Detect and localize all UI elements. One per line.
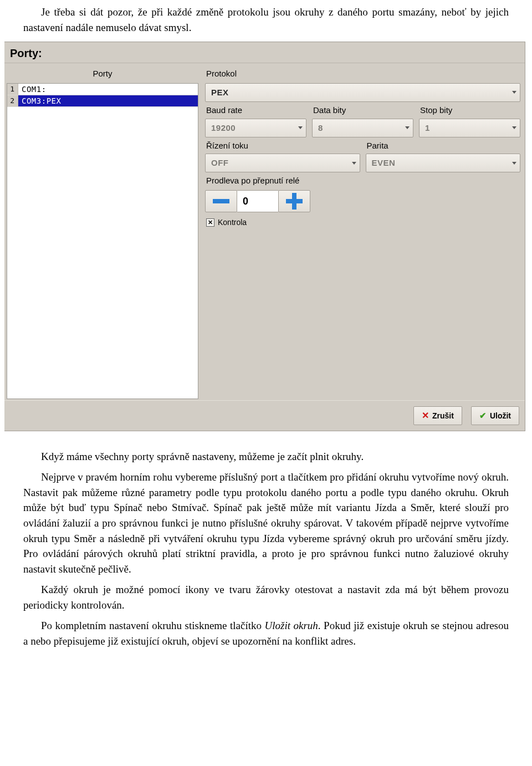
cancel-label: Zrušit xyxy=(432,410,454,421)
kontrola-label: Kontrola xyxy=(218,217,247,228)
doc-text-span: Po kompletním nastavení okruhu stiskneme… xyxy=(41,620,265,631)
stopbits-label: Stop bity xyxy=(419,103,520,119)
stepper-minus-button[interactable] xyxy=(205,190,237,212)
chevron-down-icon xyxy=(512,126,516,129)
stepper-plus-button[interactable] xyxy=(278,190,310,212)
delay-stepper: 0 xyxy=(205,190,520,212)
parity-select[interactable]: EVEN xyxy=(366,154,521,172)
chevron-down-icon xyxy=(512,91,516,94)
protocol-select[interactable]: PEX xyxy=(205,83,520,102)
delay-value[interactable]: 0 xyxy=(237,190,278,212)
cancel-button[interactable]: ✕ Zrušit xyxy=(413,406,462,425)
port-list-column: Porty 1 COM1: 2 COM3:PEX xyxy=(7,65,198,399)
minus-icon xyxy=(213,199,229,203)
chevron-down-icon xyxy=(405,126,410,129)
port-settings-form: Protokol PEX Baud rate 19200 Data bity 8 xyxy=(205,65,520,399)
chevron-down-icon xyxy=(352,162,356,165)
plus-icon xyxy=(286,193,303,210)
doc-paragraph: Když máme všechny porty správně nastaven… xyxy=(23,449,509,464)
protocol-label: Protokol xyxy=(205,67,520,82)
check-icon: ✔ xyxy=(479,410,487,422)
port-name: COM1: xyxy=(18,84,198,95)
delay-label: Prodleva po přepnutí relé xyxy=(205,173,520,189)
port-list-item[interactable]: 1 COM1: xyxy=(7,84,198,95)
parity-label: Parita xyxy=(366,139,521,154)
flow-value: OFF xyxy=(211,157,229,169)
close-icon: ✕ xyxy=(422,409,429,422)
baud-value: 19200 xyxy=(211,122,236,134)
port-list[interactable]: 1 COM1: 2 COM3:PEX xyxy=(7,83,198,399)
parity-value: EVEN xyxy=(372,157,396,169)
save-label: Uložit xyxy=(490,410,511,421)
databits-value: 8 xyxy=(318,122,323,134)
port-name: COM3:PEX xyxy=(18,95,198,106)
chevron-down-icon xyxy=(298,126,303,129)
row-number: 1 xyxy=(7,84,18,95)
stopbits-value: 1 xyxy=(425,122,430,134)
databits-label: Data bity xyxy=(312,103,413,119)
baud-select[interactable]: 19200 xyxy=(205,119,306,137)
dialog-title: Porty: xyxy=(4,42,525,63)
flow-label: Řízení toku xyxy=(205,139,360,154)
doc-paragraph: Je třeba si dát pozor, že při každé změn… xyxy=(23,4,509,35)
port-list-item[interactable]: 2 COM3:PEX xyxy=(7,95,198,107)
doc-paragraph: Nejprve v pravém horním rohu vybereme př… xyxy=(23,469,509,576)
row-number: 2 xyxy=(7,95,18,106)
ports-dialog: Porty: Porty 1 COM1: 2 COM3:PEX Protokol… xyxy=(4,42,525,431)
dialog-footer: ✕ Zrušit ✔ Uložit xyxy=(4,400,525,431)
port-list-header: Porty xyxy=(7,65,198,83)
doc-paragraph: Po kompletním nastavení okruhu stiskneme… xyxy=(23,618,509,648)
baud-label: Baud rate xyxy=(205,103,306,119)
stopbits-select[interactable]: 1 xyxy=(419,119,520,137)
flow-select[interactable]: OFF xyxy=(205,154,360,172)
kontrola-checkbox[interactable]: ✕ xyxy=(206,218,214,227)
chevron-down-icon xyxy=(512,162,516,165)
save-button[interactable]: ✔ Uložit xyxy=(471,406,519,425)
protocol-value: PEX xyxy=(211,86,229,99)
doc-text-em: Uložit okruh xyxy=(265,620,318,631)
doc-paragraph: Každý okruh je možné pomocí ikony ve tva… xyxy=(23,582,509,612)
databits-select[interactable]: 8 xyxy=(312,119,413,137)
